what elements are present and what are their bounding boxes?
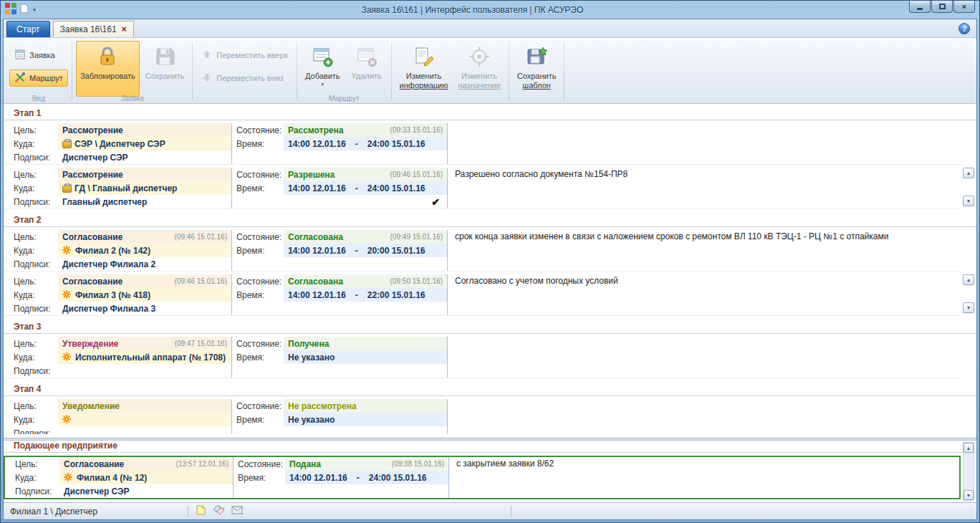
status-bar: Филиал 1 \ Диспетчер: [4, 502, 976, 519]
time-dash: -: [355, 139, 358, 149]
tab-bar: Старт Заявка 16\161 × ?: [4, 19, 976, 38]
row-mid: Состояние: Разрешена(09:46 15.01.16) Вре…: [232, 168, 447, 208]
signs-label: Подписи:: [4, 259, 58, 269]
row-left: Цель: Утверждение(09:47 15.01.16) Куда: …: [4, 337, 231, 378]
where-label: Куда:: [4, 415, 58, 425]
where-cell: Филиал 3 (№ 418): [58, 288, 231, 302]
tab-request[interactable]: Заявка 16\161 ×: [53, 21, 134, 37]
where-cell: Филиал 2 (№ 142): [58, 244, 231, 257]
tab-start[interactable]: Старт: [6, 21, 50, 37]
view-route-button[interactable]: Маршрут: [9, 69, 68, 87]
document-icon[interactable]: [196, 505, 206, 517]
qat-page-icon[interactable]: [20, 4, 29, 16]
where-label: Куда:: [4, 352, 58, 363]
scroll-up-button[interactable]: ▲: [963, 168, 974, 178]
view-request-button[interactable]: Заявка: [9, 47, 60, 64]
route-row[interactable]: Цель: Рассмотрение Куда: ГД \ Главный ди…: [4, 168, 961, 209]
scroll-down-button[interactable]: ▼: [964, 490, 974, 500]
stage-3: Этап 3 Цель: Утверждение(09:47 15.01.16)…: [4, 322, 976, 378]
time-value: Не указано: [288, 415, 335, 425]
route-row[interactable]: Цель: Согласование(09:46 15.01.16) Куда:…: [4, 230, 961, 272]
goal-label: Цель:: [4, 125, 58, 135]
route-row[interactable]: Цель: Согласование(09:46 15.01.16) Куда:…: [4, 274, 961, 316]
goal-label: Цель:: [4, 339, 58, 349]
where-value: Филиал 2 (№ 142): [75, 246, 150, 256]
state-value: Разрешена: [288, 170, 335, 180]
state-label: Состояние:: [232, 401, 284, 411]
mail-icon[interactable]: [231, 506, 243, 517]
maximize-button[interactable]: [931, 1, 953, 13]
row-mid: Состояние: Рассмотрена(09:33 15.01.16) В…: [232, 123, 447, 164]
comment-cell: срок конца заявки изменен в связи с нало…: [448, 230, 961, 271]
signs-value: Диспетчер Филиала 2: [58, 259, 155, 269]
add-label: Добавить: [305, 72, 340, 81]
route-row[interactable]: Цель: Рассмотрение Куда: СЭР \ Диспетчер…: [4, 123, 961, 165]
feeder-scrollbar[interactable]: ▲ ▼: [963, 442, 974, 501]
stage-title: Этап 4: [4, 384, 976, 396]
edit-info-icon: [413, 45, 436, 69]
state-label: Состояние:: [232, 170, 284, 180]
route-row-selected[interactable]: Цель: Согласование(13:57 12.01.16) Куда:…: [4, 456, 961, 499]
scroll-down-button[interactable]: ▼: [963, 196, 974, 206]
minimize-icon: [917, 8, 923, 10]
edit-assign-label: Изменитьназначение: [458, 72, 501, 90]
add-button[interactable]: Добавить ▼: [301, 41, 345, 97]
sun-icon: [62, 244, 71, 257]
scroll-up-button[interactable]: ▲: [964, 443, 974, 453]
comment-cell: [448, 337, 961, 378]
time-dash: -: [355, 246, 358, 256]
row-mid: Состояние: Согласована(09:50 15.01.16) В…: [232, 274, 447, 315]
stage-title: Этап 3: [4, 322, 976, 334]
row-scroll-buttons: ▲ ▼: [963, 274, 975, 313]
route-row[interactable]: Цель: Уведомление Куда: Подписи: Состоян…: [4, 399, 961, 434]
signs-label: Подписи:: [4, 197, 58, 207]
minimize-button[interactable]: [909, 1, 931, 13]
state-timestamp: (09:38 15.01.16): [392, 460, 444, 468]
scroll-down-button[interactable]: ▼: [963, 302, 974, 313]
stage-title: Этап 2: [4, 215, 976, 227]
where-label: Куда:: [4, 246, 58, 256]
group-label-request: Заявка: [73, 95, 191, 102]
time-from: 14:00 12.01.16: [289, 473, 347, 483]
tags-icon[interactable]: [213, 505, 224, 517]
tab-request-label: Заявка 16\161: [60, 24, 117, 34]
help-button[interactable]: ?: [959, 23, 970, 34]
app-icon[interactable]: [5, 3, 16, 17]
lock-request-label: Заблокировать: [80, 72, 135, 81]
status-user: Филиал 1 \ Диспетчер: [10, 507, 181, 517]
where-label: Куда:: [4, 290, 58, 300]
tab-close-icon[interactable]: ×: [122, 25, 127, 34]
time-cell: 14:00 12.01.16-22:00 15.01.16: [284, 288, 447, 302]
add-icon: [311, 45, 334, 69]
ribbon-group-edit: Изменитьинформацию Изменитьназначение: [393, 39, 508, 103]
comment-cell: [448, 399, 961, 434]
group-label-view: Вид: [6, 95, 71, 102]
time-from: 14:00 12.01.16: [288, 246, 346, 256]
sun-icon: [62, 289, 71, 302]
edit-info-button[interactable]: Изменитьинформацию: [395, 41, 453, 97]
save-icon: [153, 45, 176, 69]
save-template-button[interactable]: Сохранитьшаблон: [513, 41, 561, 97]
time-label: Время:: [232, 139, 284, 149]
form-icon: [14, 49, 26, 62]
state-timestamp: (09:33 15.01.16): [390, 126, 443, 134]
state-value: Получена: [288, 339, 329, 349]
time-to: 24:00 15.01.16: [368, 183, 426, 193]
comment-cell: Разрешено согласно документа №154-ПР8: [448, 168, 961, 208]
time-label: Время:: [232, 183, 284, 193]
arrow-down-icon: [201, 72, 213, 85]
goal-timestamp: (09:46 15.01.16): [175, 277, 227, 285]
row-left: Цель: Согласование(09:46 15.01.16) Куда:…: [4, 230, 231, 271]
close-button[interactable]: ×: [953, 1, 975, 13]
goal-cell: Рассмотрение: [58, 123, 231, 137]
route-row[interactable]: Цель: Утверждение(09:47 15.01.16) Куда: …: [4, 337, 961, 378]
goal-value: Согласование: [62, 277, 123, 287]
comment-cell: с закрытием заявки 8/62: [449, 457, 959, 498]
state-label: Состояние:: [234, 459, 285, 469]
state-cell: Подана(09:38 15.01.16): [285, 457, 448, 471]
stage-1: Этап 1 Цель: Рассмотрение Куда: СЭР \ Ди…: [4, 108, 976, 209]
scroll-up-button[interactable]: ▲: [963, 274, 974, 285]
ribbon-group-move: Переместить вверх Переместить вниз: [193, 39, 296, 103]
lock-request-button[interactable]: Заблокировать: [76, 41, 140, 97]
where-cell: Исполнительный аппарат (№ 1708): [58, 350, 231, 364]
